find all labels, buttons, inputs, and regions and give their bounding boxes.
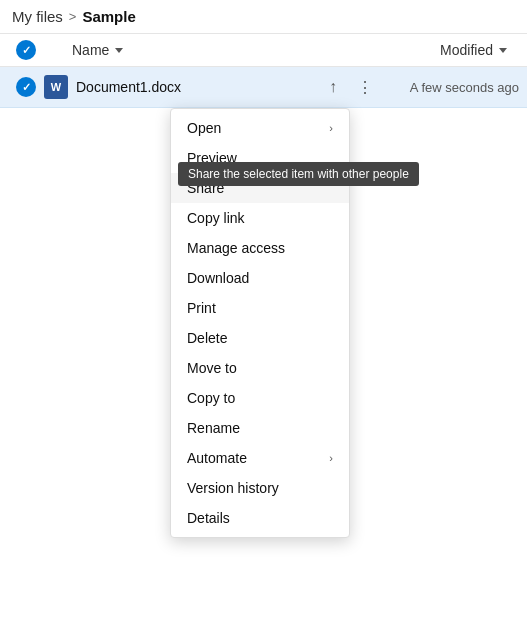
menu-item-details-label: Details [187,510,230,526]
col-modified-header[interactable]: Modified [440,42,519,58]
file-row[interactable]: W Document1.docx ↑ ⋮ A few seconds ago [0,67,527,108]
menu-item-move-to-label: Move to [187,360,237,376]
menu-item-open-label: Open [187,120,221,136]
automate-submenu-icon: › [329,452,333,464]
menu-item-copy-link[interactable]: Copy link [171,203,349,233]
menu-item-version-history-label: Version history [187,480,279,496]
checkbox-circle [16,40,36,60]
menu-item-open[interactable]: Open › [171,113,349,143]
breadcrumb-myfiles[interactable]: My files [12,8,63,25]
column-header: Name Modified [0,33,527,67]
menu-item-version-history[interactable]: Version history [171,473,349,503]
word-icon: W [44,75,68,99]
file-modified-time: A few seconds ago [379,80,519,95]
menu-item-delete-label: Delete [187,330,227,346]
open-submenu-icon: › [329,122,333,134]
file-name[interactable]: Document1.docx [76,79,319,95]
menu-item-preview[interactable]: Preview [171,143,349,173]
select-all-checkbox[interactable] [8,40,44,60]
more-icon: ⋮ [357,78,373,97]
menu-item-preview-label: Preview [187,150,237,166]
menu-item-print[interactable]: Print [171,293,349,323]
breadcrumb-current[interactable]: Sample [82,8,135,25]
menu-item-manage-access[interactable]: Manage access [171,233,349,263]
menu-item-details[interactable]: Details [171,503,349,533]
menu-item-copy-link-label: Copy link [187,210,245,226]
upload-icon-button[interactable]: ↑ [319,73,347,101]
file-checkbox[interactable] [8,77,44,97]
menu-item-share[interactable]: Share [171,173,349,203]
col-name-header[interactable]: Name [72,42,440,58]
breadcrumb: My files > Sample [0,0,527,33]
menu-item-automate-label: Automate [187,450,247,466]
menu-item-download[interactable]: Download [171,263,349,293]
file-checkbox-circle [16,77,36,97]
col-name-label: Name [72,42,109,58]
menu-item-rename-label: Rename [187,420,240,436]
breadcrumb-separator: > [69,9,77,24]
menu-item-manage-access-label: Manage access [187,240,285,256]
col-name-sort-icon [115,48,123,53]
menu-item-delete[interactable]: Delete [171,323,349,353]
menu-item-download-label: Download [187,270,249,286]
file-actions: ↑ ⋮ [319,73,379,101]
more-actions-button[interactable]: ⋮ [351,73,379,101]
menu-item-share-label: Share [187,180,224,196]
upload-icon: ↑ [329,78,337,96]
menu-item-move-to[interactable]: Move to [171,353,349,383]
menu-item-rename[interactable]: Rename [171,413,349,443]
menu-item-copy-to-label: Copy to [187,390,235,406]
menu-item-automate[interactable]: Automate › [171,443,349,473]
context-menu: Open › Preview Share Copy link Manage ac… [170,108,350,538]
col-modified-sort-icon [499,48,507,53]
menu-item-copy-to[interactable]: Copy to [171,383,349,413]
col-modified-label: Modified [440,42,493,58]
menu-item-print-label: Print [187,300,216,316]
